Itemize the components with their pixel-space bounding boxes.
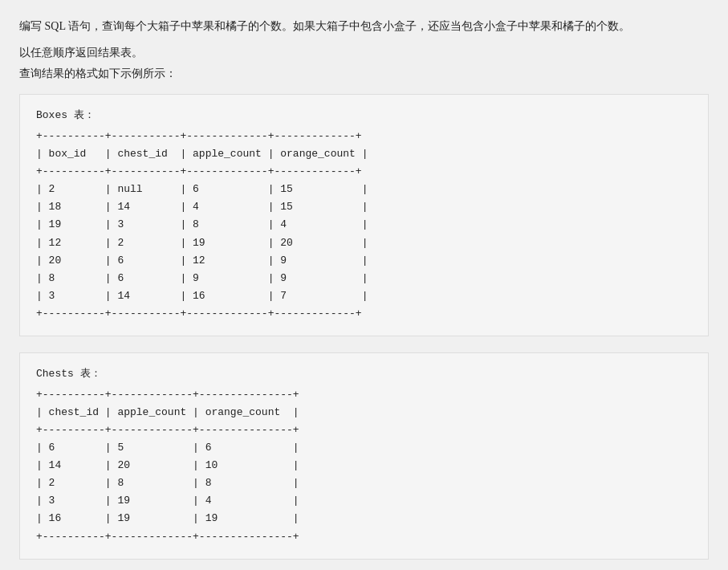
description-line2: 以任意顺序返回结果表。	[19, 46, 709, 60]
chests-table-title: Chests 表：	[36, 366, 692, 383]
boxes-table-ascii: +----------+-----------+-------------+--…	[36, 128, 692, 323]
boxes-table-title: Boxes 表：	[36, 108, 692, 124]
boxes-table-section: Boxes 表： +----------+-----------+-------…	[19, 94, 709, 336]
chests-table-ascii: +----------+-------------+--------------…	[36, 386, 692, 546]
description-line3: 查询结果的格式如下示例所示：	[19, 67, 709, 81]
description-line1: 编写 SQL 语句，查询每个大箱子中苹果和橘子的个数。如果大箱子中包含小盒子，还…	[19, 16, 709, 36]
chests-table-section: Chests 表： +----------+-------------+----…	[19, 352, 709, 560]
